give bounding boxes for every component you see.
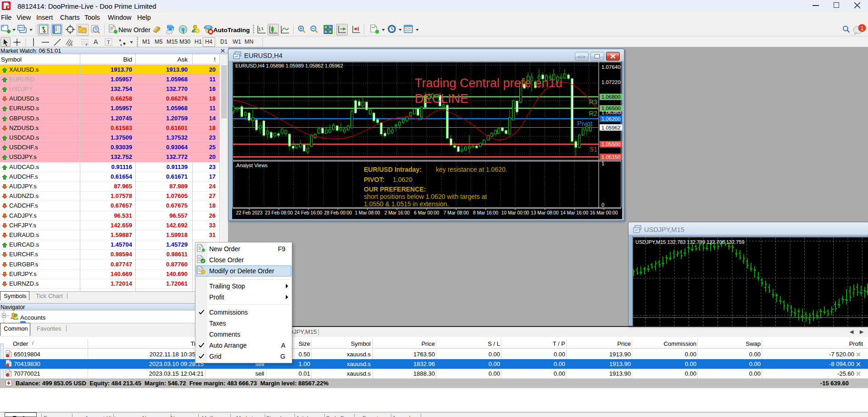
svg-text:1.05962: 1.05962 xyxy=(601,125,621,130)
svg-text:1: 1 xyxy=(601,161,604,166)
svg-text:DECLINE: DECLINE xyxy=(415,92,468,106)
svg-text:16 Mar 00:00: 16 Mar 00:00 xyxy=(590,210,618,215)
svg-text:short positions below 1.0620 w: short positions below 1.0620 with target… xyxy=(364,193,487,200)
svg-text:6 Mar 00:00: 6 Mar 00:00 xyxy=(414,210,439,215)
svg-text:1.06380: 1.06380 xyxy=(601,110,621,115)
svg-text:1.06200: 1.06200 xyxy=(601,116,621,122)
svg-text:Trading Central prefe en1u: Trading Central prefe en1u xyxy=(415,76,562,90)
svg-text:24 Feb 16:00: 24 Feb 16:00 xyxy=(295,210,323,215)
svg-text:EUR/USD Intraday:: EUR/USD Intraday: xyxy=(364,166,422,173)
svg-text:R3: R3 xyxy=(589,98,597,106)
svg-text:28 Feb 00:00: 28 Feb 00:00 xyxy=(324,210,352,215)
svg-text:R2: R2 xyxy=(589,110,597,117)
svg-text:1.07640: 1.07640 xyxy=(601,64,621,70)
svg-text:0: 0 xyxy=(601,202,604,208)
svg-text:7 Mar 08:00: 7 Mar 08:00 xyxy=(444,210,469,215)
svg-text:8 Mar 16:00: 8 Mar 16:00 xyxy=(473,210,498,215)
svg-text:2 Mar 16:00: 2 Mar 16:00 xyxy=(384,210,410,215)
svg-text:1.05150: 1.05150 xyxy=(601,154,621,160)
svg-text:E: E xyxy=(71,43,73,46)
svg-text:PIVOT:: PIVOT: xyxy=(364,176,384,183)
svg-text:22 Feb 2023: 22 Feb 2023 xyxy=(236,210,262,215)
svg-text:23 Feb 08:00: 23 Feb 08:00 xyxy=(265,210,293,215)
svg-text:1: 1 xyxy=(860,25,863,32)
svg-text:1.0550 & 1.0515 in extension.: 1.0550 & 1.0515 in extension. xyxy=(364,200,449,208)
svg-text:USDJPY,M15 132.783 132.799 13: USDJPY,M15 132.783 132.799 132.708 132.7… xyxy=(635,239,745,245)
svg-text:T: T xyxy=(107,39,110,45)
svg-text:1 Mar 08:00: 1 Mar 08:00 xyxy=(355,210,380,215)
svg-text:14 Mar 16:00: 14 Mar 16:00 xyxy=(560,210,588,215)
svg-text:Pivot: Pivot xyxy=(577,119,593,127)
svg-text:13 Mar 08:00: 13 Mar 08:00 xyxy=(531,210,559,215)
svg-text:F: F xyxy=(86,43,88,46)
svg-text:1.0620: 1.0620 xyxy=(393,176,412,183)
svg-text:OUR PREFERENCE:: OUR PREFERENCE: xyxy=(364,186,426,193)
svg-text:key resistance at 1.0620.: key resistance at 1.0620. xyxy=(436,166,507,173)
svg-text:.Analyst Views: .Analyst Views xyxy=(235,163,268,168)
svg-text:1.07220: 1.07220 xyxy=(601,79,621,85)
svg-text:S1: S1 xyxy=(590,146,597,153)
svg-text:10 Mar 00:00: 10 Mar 00:00 xyxy=(501,210,529,215)
svg-text:EURUSD,H4 1.05896 1.05989 1.0: EURUSD,H4 1.05896 1.05989 1.05862 1.0596… xyxy=(235,63,343,68)
svg-text:1.06800: 1.06800 xyxy=(601,94,621,100)
svg-text:1.05500: 1.05500 xyxy=(601,141,621,147)
